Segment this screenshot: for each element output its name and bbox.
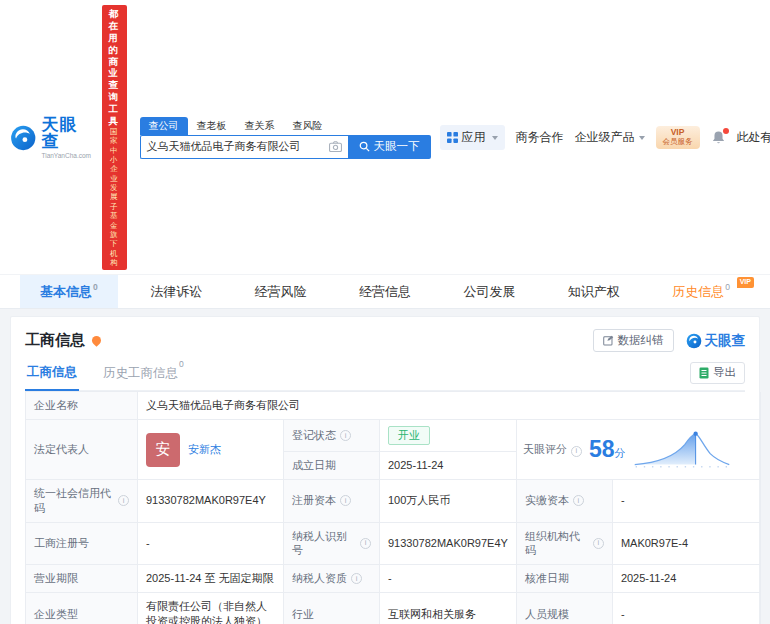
notification-bell-icon[interactable]	[711, 130, 726, 145]
search-tabs: 查公司 查老板 查关系 查风险	[140, 117, 431, 135]
label-legal-representative: 法定代表人	[26, 420, 138, 480]
info-icon: i	[360, 538, 371, 549]
info-icon: i	[118, 495, 129, 506]
card-watermark-logo: 天眼查	[686, 332, 746, 350]
enterprise-products-menu[interactable]: 企业级产品	[575, 129, 645, 146]
user-menu-label: 此处有...	[737, 129, 770, 146]
tab-history-info[interactable]: 历史信息0 VIP	[652, 275, 750, 308]
label-business-term: 营业期限	[26, 565, 138, 593]
value-uscc: 91330782MAK0R97E4Y	[138, 480, 284, 523]
tab-label: 公司发展	[463, 283, 515, 301]
search-tab-risk[interactable]: 查风险	[284, 117, 332, 135]
flame-icon	[90, 335, 103, 348]
user-menu[interactable]: 此处有...	[737, 129, 770, 146]
tab-count: 0	[93, 282, 98, 292]
value-establish-date: 2025-11-24	[380, 452, 517, 480]
tab-count: 0	[725, 282, 730, 292]
vip-badge-bottom: 会员服务	[663, 138, 693, 147]
search-icon	[359, 141, 370, 152]
slogan-badge: 都在用的商业查询工具 国家中小企业发展子基金旗下机构	[102, 5, 127, 270]
enterprise-products-label: 企业级产品	[575, 129, 635, 146]
tianyancha-logo-icon	[686, 333, 702, 349]
tianyan-score-block: 天眼评分i 58分	[517, 420, 761, 480]
card-watermark-text: 天眼查	[705, 332, 746, 350]
export-file-icon	[699, 367, 709, 379]
camera-icon[interactable]	[329, 141, 342, 152]
business-registration-card: 工商信息 数据纠错 天眼查	[10, 316, 760, 624]
tab-legal-proceedings[interactable]: 法律诉讼	[130, 275, 222, 308]
label-uscc: 统一社会信用代码i	[26, 480, 138, 523]
info-icon: i	[351, 573, 362, 584]
header-right-nav: 应用 商务合作 企业级产品 VIP 会员服务 此处有...	[440, 125, 770, 150]
value-registration-number: -	[138, 523, 284, 566]
tab-operational-risk[interactable]: 经营风险	[235, 275, 327, 308]
search-button-label: 天眼一下	[374, 139, 420, 154]
apps-menu[interactable]: 应用	[440, 125, 505, 150]
tab-intellectual-property[interactable]: 知识产权	[548, 275, 640, 308]
export-button[interactable]: 导出	[690, 362, 745, 384]
tab-label: 历史信息	[672, 283, 724, 301]
tianyancha-logo[interactable]: 天眼查 TianYanCha.com	[10, 116, 93, 159]
section-title: 工商信息	[25, 331, 85, 350]
registration-subtabs: 工商信息 历史工商信息0 导出	[25, 362, 745, 391]
search-tab-company[interactable]: 查公司	[140, 117, 188, 135]
tab-basic-info[interactable]: 基本信息0	[20, 275, 118, 308]
top-header: 天眼查 TianYanCha.com 都在用的商业查询工具 国家中小企业发展子基…	[0, 0, 770, 274]
subtab-current-registration[interactable]: 工商信息	[25, 364, 79, 391]
tab-label: 基本信息	[40, 283, 92, 301]
apps-label: 应用	[462, 129, 486, 146]
label-company-type: 企业类型	[26, 593, 138, 624]
chevron-down-icon	[639, 136, 645, 140]
chevron-down-icon	[492, 136, 498, 140]
search-tab-relation[interactable]: 查关系	[236, 117, 284, 135]
label-registered-capital: 注册资本i	[284, 480, 380, 523]
tab-company-development[interactable]: 公司发展	[443, 275, 535, 308]
label-registration-number: 工商注册号	[26, 523, 138, 566]
status-badge-open: 开业	[388, 426, 430, 445]
business-cooperation-link[interactable]: 商务合作	[516, 129, 564, 146]
edit-icon	[603, 335, 614, 346]
label-establish-date: 成立日期	[284, 452, 380, 480]
value-company-name: 义乌天猫优品电子商务有限公司	[138, 392, 761, 420]
search-area: 查公司 查老板 查关系 查风险 义乌天猫优品电子商务有限公司 天眼一下	[140, 117, 431, 159]
info-icon: i	[340, 495, 351, 506]
score-curve-chart	[632, 430, 732, 470]
search-button[interactable]: 天眼一下	[348, 135, 431, 159]
data-correction-button[interactable]: 数据纠错	[593, 329, 674, 352]
info-icon: i	[340, 430, 351, 441]
logo-title: 天眼查	[41, 116, 92, 150]
subtab-count: 0	[179, 359, 184, 369]
tab-label: 法律诉讼	[150, 283, 202, 301]
value-legal-representative: 安 安新杰	[138, 420, 284, 480]
tab-business-info[interactable]: 经营信息	[339, 275, 431, 308]
info-icon: i	[593, 538, 604, 549]
label-company-name: 企业名称	[26, 392, 138, 420]
label-staff-size: 人员规模	[517, 593, 613, 624]
notification-dot	[723, 128, 729, 134]
value-registered-capital: 100万人民币	[380, 480, 517, 523]
legal-rep-name-link[interactable]: 安新杰	[188, 442, 221, 457]
score-unit: 分	[614, 447, 625, 459]
slogan-line2: 国家中小企业发展子基金旗下机构	[109, 127, 120, 268]
search-tab-boss[interactable]: 查老板	[188, 117, 236, 135]
value-registration-status: 开业	[380, 420, 517, 452]
label-industry: 行业	[284, 593, 380, 624]
tianyancha-logo-icon	[10, 124, 36, 152]
data-correction-label: 数据纠错	[618, 333, 664, 348]
logo-subtitle: TianYanCha.com	[41, 152, 92, 159]
label-paid-capital: 实缴资本i	[517, 480, 613, 523]
tab-label: 经营风险	[255, 283, 307, 301]
grid-icon	[447, 132, 458, 143]
value-taxpayer-id: 91330782MAK0R97E4Y	[380, 523, 517, 566]
value-staff-size: -	[613, 593, 761, 624]
tab-label: 知识产权	[568, 283, 620, 301]
subtab-history-registration[interactable]: 历史工商信息0	[101, 364, 186, 390]
info-icon: i	[571, 446, 582, 457]
vip-member-badge[interactable]: VIP 会员服务	[656, 126, 700, 148]
value-paid-capital: -	[613, 480, 761, 523]
score-label: 天眼评分i	[523, 442, 582, 457]
company-tab-bar: 基本信息0 法律诉讼 经营风险 经营信息 公司发展 知识产权 历史信息0 VIP	[0, 274, 770, 308]
legal-rep-avatar[interactable]: 安	[146, 433, 180, 467]
search-input[interactable]: 义乌天猫优品电子商务有限公司	[140, 135, 348, 159]
page-body: 工商信息 数据纠错 天眼查	[0, 308, 770, 624]
